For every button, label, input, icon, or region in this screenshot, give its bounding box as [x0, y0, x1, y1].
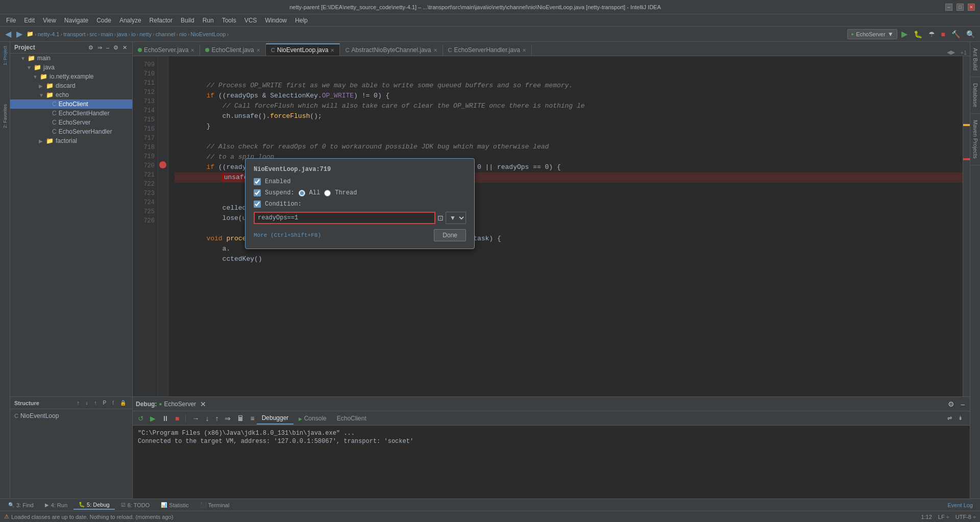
- tree-item-io-netty[interactable]: ▼ 📁 io.netty.example: [10, 72, 132, 81]
- sidebar-settings-button[interactable]: ⚙: [87, 44, 94, 51]
- menu-vcs[interactable]: VCS: [240, 16, 261, 25]
- menu-tools[interactable]: Tools: [218, 16, 240, 25]
- cursor-position[interactable]: 1:12: [921, 514, 932, 520]
- bottom-tab-terminal[interactable]: ⬛ Terminal: [195, 501, 235, 509]
- bc-nio[interactable]: nio: [179, 31, 187, 37]
- debug-tab-echoclient[interactable]: EchoClient: [332, 413, 372, 424]
- nav-forward-button[interactable]: ▶: [14, 28, 24, 40]
- build-button[interactable]: 🔨: [949, 29, 962, 39]
- structure-settings-button[interactable]: P: [101, 399, 109, 407]
- menu-run[interactable]: Run: [199, 16, 218, 25]
- tab-overflow[interactable]: ◀▶: [945, 49, 957, 56]
- tab-nioeventloop[interactable]: C NioEventLoop.java ✕: [266, 43, 340, 56]
- editor-scrollbar[interactable]: [963, 56, 970, 396]
- more-link[interactable]: More (Ctrl+Shift+F8): [254, 232, 321, 238]
- nav-back-button[interactable]: ◀: [3, 28, 13, 40]
- bc-src[interactable]: src: [89, 31, 97, 37]
- menu-view[interactable]: View: [39, 16, 60, 25]
- menu-help[interactable]: Help: [291, 16, 312, 25]
- stop-debug-button[interactable]: ■: [173, 413, 181, 424]
- tree-item-discard[interactable]: ▶ 📁 discard: [10, 81, 132, 90]
- pause-button[interactable]: ⏸: [160, 413, 171, 424]
- right-tab-ant[interactable]: Ant Build: [970, 42, 980, 77]
- bc-netty41[interactable]: netty-4.1: [38, 31, 60, 37]
- run-button[interactable]: ▶: [899, 28, 910, 40]
- sidebar-close-button[interactable]: ✕: [121, 44, 128, 51]
- sidebar-gear-button[interactable]: ⚙: [112, 44, 119, 51]
- debug-tab-debugger[interactable]: Debugger: [257, 412, 294, 425]
- tab-close-button[interactable]: ✕: [433, 47, 437, 53]
- minimize-button[interactable]: –: [945, 4, 952, 11]
- condition-dropdown[interactable]: ▼: [446, 212, 466, 224]
- bc-java[interactable]: java: [117, 31, 127, 37]
- step-over-button[interactable]: →: [190, 413, 201, 424]
- tab-echoserver[interactable]: EchoServer.java ✕: [133, 44, 200, 56]
- bc-project[interactable]: 📁: [27, 31, 34, 37]
- tab-close-button[interactable]: ✕: [256, 47, 260, 53]
- menu-code[interactable]: Code: [92, 16, 115, 25]
- suspend-all-radio[interactable]: [299, 190, 305, 196]
- run-coverage-button[interactable]: ☂: [926, 29, 937, 39]
- tab-abstractniobytechannel[interactable]: C AbstractNioByteChannel.java ✕: [340, 44, 443, 56]
- close-button[interactable]: ✕: [968, 4, 975, 11]
- menu-refactor[interactable]: Refactor: [145, 16, 177, 25]
- structure-lock-button[interactable]: 🔒: [118, 399, 128, 407]
- menu-edit[interactable]: Edit: [20, 16, 39, 25]
- sort-asc-button[interactable]: ↑: [75, 399, 82, 407]
- debug-tab-console[interactable]: ▶ Console: [293, 413, 331, 424]
- run-to-cursor-button[interactable]: ⇒: [223, 413, 233, 424]
- tab-echoserverhandler[interactable]: C EchoServerHandler.java ✕: [443, 44, 532, 56]
- right-tab-maven[interactable]: Maven Projects: [970, 114, 980, 165]
- menu-navigate[interactable]: Navigate: [60, 16, 92, 25]
- structure-f-button[interactable]: f: [110, 399, 116, 407]
- bc-nioeventloop[interactable]: NioEventLoop: [190, 31, 226, 37]
- expand-button[interactable]: ⊡: [437, 214, 444, 222]
- debug-minimize-button[interactable]: –: [959, 399, 967, 409]
- tab-close-button[interactable]: ✕: [190, 47, 194, 53]
- breakpoint-circle[interactable]: [159, 161, 166, 168]
- menu-file[interactable]: File: [2, 16, 20, 25]
- condition-input[interactable]: [254, 212, 435, 224]
- sort-desc-button[interactable]: ↓: [84, 399, 90, 407]
- tree-item-echoserverhandler[interactable]: C EchoServerHandler: [10, 127, 132, 136]
- bc-netty[interactable]: netty: [139, 31, 152, 37]
- debug-session-name[interactable]: EchoServer: [164, 401, 196, 408]
- bc-io[interactable]: io: [131, 31, 136, 37]
- tab-echoclient[interactable]: EchoClient.java ✕: [200, 44, 265, 56]
- tab-close-button[interactable]: ✕: [330, 47, 334, 53]
- tree-item-java[interactable]: ▼ 📁 java: [10, 63, 132, 72]
- bc-main[interactable]: main: [101, 31, 113, 37]
- bottom-tab-debug[interactable]: 🐛 5: Debug: [74, 501, 115, 510]
- debug-settings-button[interactable]: ⚙: [946, 399, 957, 409]
- sort-alpha-button[interactable]: ↑: [92, 399, 99, 407]
- suspend-thread-radio[interactable]: [324, 190, 331, 196]
- sidebar-collapse-button[interactable]: –: [105, 44, 110, 51]
- enabled-checkbox[interactable]: [254, 178, 261, 185]
- frames-button[interactable]: ≡: [248, 413, 256, 424]
- tree-item-echoclienthandler[interactable]: C EchoClientHandler: [10, 109, 132, 118]
- tree-item-echo[interactable]: ▼ 📁 echo: [10, 90, 132, 100]
- resume-button[interactable]: ▶: [148, 413, 158, 424]
- evaluate-button[interactable]: 🖩: [235, 413, 246, 424]
- encoding[interactable]: UTF-8 ÷: [955, 514, 976, 520]
- step-out-button[interactable]: ↑: [213, 413, 220, 424]
- rerun-button[interactable]: ↺: [136, 413, 146, 424]
- debug-session-close[interactable]: ✕: [198, 399, 208, 409]
- tree-item-factorial[interactable]: ▶ 📁 factorial: [10, 136, 132, 145]
- suspend-checkbox[interactable]: [254, 189, 261, 196]
- line-ending[interactable]: LF ÷: [938, 514, 949, 520]
- bottom-tab-find[interactable]: 🔍 3: Find: [3, 501, 39, 509]
- search-everywhere-button[interactable]: 🔍: [964, 29, 977, 39]
- bottom-tab-todo[interactable]: ☑ 6: TODO: [116, 501, 155, 509]
- event-log-link[interactable]: Event Log: [947, 502, 973, 508]
- done-button[interactable]: Done: [434, 229, 466, 241]
- scroll-end-button[interactable]: ↡: [956, 414, 965, 422]
- tab-close-button[interactable]: ✕: [522, 47, 526, 53]
- bottom-tab-statistic[interactable]: 📊 Statistic: [156, 501, 194, 509]
- right-tab-database[interactable]: Database: [970, 77, 980, 114]
- step-into-button[interactable]: ↓: [203, 413, 211, 424]
- tree-item-main[interactable]: ▼ 📁 main: [10, 54, 132, 63]
- structure-item-nioeventloop[interactable]: C NioEventLoop: [12, 411, 130, 420]
- maximize-button[interactable]: □: [957, 4, 964, 11]
- left-tab-structure[interactable]: 2: Favorites: [1, 100, 9, 132]
